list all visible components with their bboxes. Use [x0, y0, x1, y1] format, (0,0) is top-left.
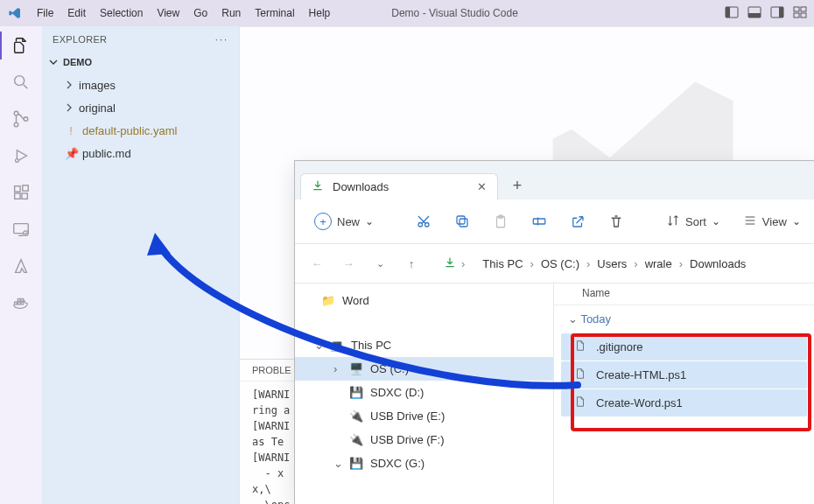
drive-icon: 🔌 — [349, 433, 363, 446]
cut-icon[interactable] — [409, 210, 439, 233]
svg-point-10 — [15, 76, 25, 86]
extensions-tab-icon[interactable] — [11, 182, 32, 203]
explorer-toolbar: + New ⌄ Sort ⌄ View ⌄ — [295, 200, 814, 244]
view-button[interactable]: View ⌄ — [736, 210, 808, 234]
nav-forward-icon: → — [335, 250, 361, 276]
explorer-sidebar: EXPLORER ··· DEMO imagesoriginal!default… — [42, 26, 240, 504]
delete-icon[interactable] — [601, 210, 631, 233]
svg-point-12 — [14, 122, 18, 127]
svg-rect-21 — [15, 302, 18, 304]
sort-icon — [666, 214, 680, 230]
layout-customize-icon[interactable] — [793, 6, 807, 21]
group-header[interactable]: ⌄ Today — [554, 305, 814, 332]
svg-point-27 — [425, 223, 430, 228]
run-debug-tab-icon[interactable] — [11, 145, 32, 166]
menu-selection[interactable]: Selection — [93, 4, 150, 22]
file-icon — [573, 339, 587, 355]
nav-recent-icon[interactable]: ⌄ — [367, 250, 393, 276]
new-button[interactable]: + New ⌄ — [307, 209, 381, 234]
remote-tab-icon[interactable] — [11, 219, 32, 240]
chevron-down-icon — [49, 58, 58, 66]
view-icon — [743, 214, 757, 230]
sort-button[interactable]: Sort ⌄ — [659, 210, 727, 234]
svg-rect-5 — [779, 7, 783, 18]
vscode-logo-icon — [7, 5, 23, 21]
more-icon[interactable]: ··· — [215, 34, 228, 45]
vscode-layout-controls[interactable] — [725, 6, 807, 21]
menu-view[interactable]: View — [150, 4, 186, 22]
svg-rect-16 — [15, 193, 20, 199]
search-tab-icon[interactable] — [11, 72, 32, 93]
chevron-right-icon — [65, 103, 74, 112]
breadcrumb-item[interactable]: This PC — [479, 256, 526, 272]
navpane-drive[interactable]: 🔌 USB Drive (F:) — [295, 428, 553, 452]
folder-section[interactable]: DEMO — [42, 52, 239, 72]
tree-node[interactable]: images — [42, 74, 239, 96]
tree-node[interactable]: 📌public.md — [42, 142, 239, 164]
nav-up-icon[interactable]: ↑ — [398, 250, 425, 276]
nav-back-icon: ← — [304, 250, 330, 276]
close-tab-icon[interactable]: ✕ — [477, 180, 487, 193]
chevron-down-icon: ⌄ — [314, 339, 323, 352]
drive-icon: 💾 — [349, 457, 363, 470]
new-tab-button[interactable]: + — [503, 172, 531, 200]
svg-rect-1 — [726, 7, 730, 18]
azure-tab-icon[interactable] — [11, 256, 32, 276]
menu-go[interactable]: Go — [186, 4, 214, 22]
copy-icon[interactable] — [447, 210, 477, 233]
source-control-tab-icon[interactable] — [11, 108, 32, 130]
layout-left-icon[interactable] — [725, 6, 739, 21]
breadcrumb-item[interactable]: wrale — [642, 256, 676, 272]
menu-help[interactable]: Help — [302, 4, 338, 22]
chevron-icon: ⌄ — [333, 457, 342, 470]
svg-rect-9 — [801, 13, 806, 18]
svg-point-14 — [16, 159, 19, 163]
svg-rect-28 — [460, 219, 467, 227]
tree-node[interactable]: original — [42, 96, 239, 119]
tree-node[interactable]: !default-public.yaml — [42, 119, 239, 142]
explorer-tab-icon[interactable] — [11, 35, 32, 56]
nav-pane[interactable]: 📁 Word ⌄ 💻 This PC › 🖥️ OS (C:) 💾 SDXC (… — [295, 282, 554, 504]
menu-run[interactable]: Run — [214, 4, 248, 22]
svg-rect-22 — [18, 302, 20, 304]
breadcrumb-item[interactable]: Users — [593, 256, 630, 272]
navpane-folder[interactable]: 📁 Word — [295, 289, 553, 312]
file-row[interactable]: .gitignore — [561, 333, 807, 360]
vscode-title: Demo - Visual Studio Code — [339, 7, 723, 19]
breadcrumb-item[interactable]: Downloads — [686, 256, 749, 272]
chevron-down-icon: ⌄ — [712, 215, 720, 228]
menu-terminal[interactable]: Terminal — [248, 4, 301, 22]
menu-edit[interactable]: Edit — [60, 4, 93, 22]
navpane-thispc[interactable]: ⌄ 💻 This PC — [295, 333, 553, 357]
layout-right-icon[interactable] — [770, 6, 784, 21]
rename-icon[interactable] — [524, 210, 554, 233]
file-list[interactable]: Name ⌄ Today .gitignore Create-HTML.ps1 … — [554, 282, 814, 504]
file-row[interactable]: Create-HTML.ps1 — [561, 361, 807, 388]
navpane-drive[interactable]: 💾 SDXC (D:) — [295, 381, 553, 404]
file-explorer-window: Downloads ✕ + + New ⌄ Sort ⌄ View ⌄ — [294, 160, 814, 504]
docker-tab-icon[interactable] — [11, 292, 32, 313]
drive-icon: 🖥️ — [349, 362, 363, 375]
navpane-drive[interactable]: ⌄ 💾 SDXC (G:) — [295, 452, 553, 475]
explorer-tab[interactable]: Downloads ✕ — [300, 173, 498, 200]
svg-rect-18 — [23, 186, 28, 191]
share-icon[interactable] — [563, 210, 593, 233]
col-name[interactable]: Name — [582, 287, 610, 299]
pc-icon: 💻 — [330, 339, 344, 352]
file-icon — [573, 367, 587, 383]
vscode-titlebar: FileEditSelectionViewGoRunTerminalHelp D… — [0, 0, 814, 26]
chevron-down-icon: ⌄ — [792, 215, 801, 228]
modified-icon: ! — [65, 124, 77, 137]
navpane-drive[interactable]: › 🖥️ OS (C:) — [295, 357, 553, 381]
navpane-drive[interactable]: 🔌 USB Drive (E:) — [295, 404, 553, 428]
menu-file[interactable]: File — [30, 4, 60, 22]
svg-rect-15 — [15, 186, 20, 192]
layout-bottom-icon[interactable] — [747, 6, 761, 21]
svg-rect-24 — [18, 298, 20, 301]
chevron-down-icon: ⌄ — [365, 215, 374, 228]
svg-rect-7 — [801, 7, 806, 11]
panel-tab[interactable]: PROBLE — [252, 365, 291, 375]
chevron-icon: › — [333, 362, 342, 375]
breadcrumb-item[interactable]: OS (C:) — [537, 256, 583, 272]
file-row[interactable]: Create-Word.ps1 — [561, 389, 807, 416]
